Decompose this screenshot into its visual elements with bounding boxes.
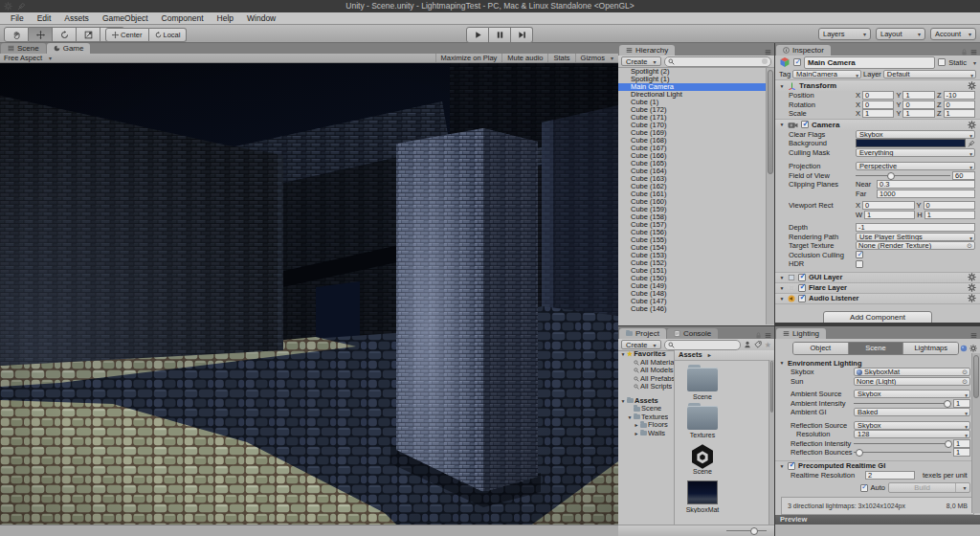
vector-field[interactable]: 1 (902, 91, 934, 100)
foldout-icon[interactable]: ▼ (779, 463, 785, 469)
vector-field[interactable]: 1 (862, 109, 894, 118)
project-tree-item[interactable]: ►Walls (618, 430, 674, 438)
stats-button[interactable]: Stats (547, 54, 574, 62)
foldout-icon[interactable]: ▼ (779, 285, 785, 291)
asset-item[interactable]: Scene (682, 368, 723, 400)
lock-icon[interactable] (755, 332, 762, 339)
project-tree-item[interactable]: ►Floors (618, 421, 674, 430)
maximize-on-play-button[interactable]: Maximize on Play (435, 54, 502, 62)
sun-field[interactable]: None (Light)⊙ (854, 377, 970, 386)
hierarchy-create-button[interactable]: Create▾ (621, 56, 661, 66)
rendering-path-dropdown[interactable]: Use Player Settings (856, 233, 975, 241)
lock-icon[interactable] (961, 49, 968, 56)
viewport-h-field[interactable]: 1 (924, 211, 975, 219)
audio-listener-component[interactable]: ▼Audio Listener (775, 293, 980, 303)
project-create-button[interactable]: Create▾ (621, 340, 661, 349)
foldout-icon[interactable]: ▼ (779, 360, 785, 366)
reflection-bounces-field[interactable]: 1 (953, 448, 970, 457)
gui-layer-checkbox[interactable] (798, 274, 806, 281)
breadcrumb[interactable]: Assets ▸ (675, 350, 774, 361)
realtime-resolution-field[interactable]: 2 (865, 471, 915, 480)
lighting-tab-object[interactable]: Object (793, 343, 848, 354)
foldout-icon[interactable]: ▼ (779, 83, 785, 89)
skybox-field[interactable]: SkyboxMat⊙ (854, 368, 970, 376)
culling-mask-dropdown[interactable]: Everything (856, 148, 975, 157)
menu-component[interactable]: Component (155, 12, 211, 25)
tab-scene[interactable]: Scene (1, 43, 46, 54)
lighting-tab-lightmaps[interactable]: Lightmaps (902, 343, 958, 354)
lighting-tab-scene[interactable]: Scene (848, 343, 903, 354)
favorites-star-icon[interactable]: ★ (765, 341, 771, 349)
play-button[interactable] (466, 27, 489, 43)
eyedropper-icon[interactable] (968, 140, 975, 147)
camera-header[interactable]: ▼ Camera (775, 119, 980, 130)
ambient-intensity-field[interactable]: 1 (953, 399, 970, 408)
vector-field[interactable]: 0 (862, 100, 894, 109)
project-tree-item[interactable]: All Materials (618, 359, 674, 368)
gameobject-name-field[interactable]: Main Camera (804, 56, 935, 69)
foldout-icon[interactable]: ▼ (620, 397, 626, 406)
project-tree-item[interactable]: All Prefabs (618, 375, 674, 384)
pan-tool-button[interactable] (4, 27, 29, 42)
pause-button[interactable] (489, 27, 511, 43)
slider-knob[interactable] (887, 172, 895, 180)
move-tool-button[interactable] (29, 27, 53, 42)
fov-slider[interactable] (856, 171, 950, 180)
layers-dropdown[interactable]: Layers▾ (818, 28, 871, 40)
gear-icon[interactable] (968, 283, 976, 292)
reflection-intensity-slider[interactable] (854, 439, 951, 448)
project-tree-item[interactable]: Scene (618, 405, 674, 413)
mute-audio-button[interactable]: Mute audio (501, 54, 547, 62)
menu-gameobject[interactable]: GameObject (96, 12, 155, 25)
tab-project[interactable]: Project (619, 328, 666, 339)
texture-icon[interactable] (960, 345, 968, 352)
project-tree-item[interactable]: ▼Assets (618, 397, 674, 406)
occlusion-culling-checkbox[interactable] (856, 251, 863, 258)
gear-icon[interactable] (968, 121, 976, 129)
search-by-label-icon[interactable] (754, 341, 762, 348)
tab-hierarchy[interactable]: Hierarchy (619, 45, 675, 56)
panel-menu-icon[interactable] (765, 332, 771, 339)
viewport-x-field[interactable]: 0 (862, 201, 914, 210)
foldout-icon[interactable]: ► (634, 421, 639, 430)
project-tree-item[interactable]: All Scripts (618, 383, 674, 391)
panel-menu-icon[interactable] (765, 49, 771, 56)
depth-field[interactable]: -1 (856, 223, 975, 232)
hierarchy-item[interactable]: Cube (146) (618, 305, 774, 313)
menu-edit[interactable]: Edit (31, 12, 58, 25)
asset-item[interactable]: Textures (682, 406, 723, 438)
gizmos-dropdown[interactable]: Gizmos▾ (575, 54, 618, 62)
foldout-icon[interactable]: ▼ (620, 350, 626, 359)
projection-dropdown[interactable]: Perspective (856, 162, 975, 170)
object-picker-icon[interactable]: ⊙ (962, 368, 968, 375)
search-by-type-icon[interactable] (744, 341, 751, 348)
background-color-swatch[interactable] (856, 139, 966, 147)
far-field[interactable]: 1000 (877, 190, 975, 198)
asset-item[interactable]: Scene (682, 444, 723, 475)
aspect-dropdown[interactable]: Free Aspect▾ (0, 54, 56, 62)
target-texture-field[interactable]: None (Render Texture)⊙ (856, 241, 975, 250)
slider-knob[interactable] (944, 400, 951, 408)
hierarchy-scrollbar[interactable] (766, 68, 774, 324)
foldout-icon[interactable]: ► (634, 430, 639, 438)
vector-field[interactable]: 0 (902, 100, 934, 109)
resolution-dropdown[interactable]: 128 (854, 430, 970, 438)
audio-listener-checkbox[interactable] (798, 295, 806, 302)
preview-bar[interactable]: Preview (775, 515, 980, 525)
scale-tool-button[interactable] (77, 27, 100, 42)
clear-search-icon[interactable] (762, 58, 768, 64)
gear-icon[interactable] (969, 345, 977, 352)
foldout-icon[interactable]: ▼ (779, 275, 785, 280)
ambient-gi-dropdown[interactable]: Baked (854, 408, 970, 416)
gear-icon[interactable] (968, 273, 976, 281)
vector-field[interactable]: 1 (944, 109, 975, 118)
pivot-center-button[interactable]: Center (105, 28, 149, 42)
near-field[interactable]: 0.3 (877, 180, 975, 189)
menu-window[interactable]: Window (240, 12, 282, 25)
foldout-icon[interactable]: ▼ (779, 296, 785, 302)
camera-enabled-checkbox[interactable] (801, 121, 809, 128)
tag-dropdown[interactable]: MainCamera (792, 70, 861, 78)
gui-layer-component[interactable]: ▼GUI Layer (775, 272, 980, 282)
game-viewport[interactable] (0, 63, 618, 525)
project-tree-item[interactable]: ▼★Favorites (618, 350, 674, 359)
